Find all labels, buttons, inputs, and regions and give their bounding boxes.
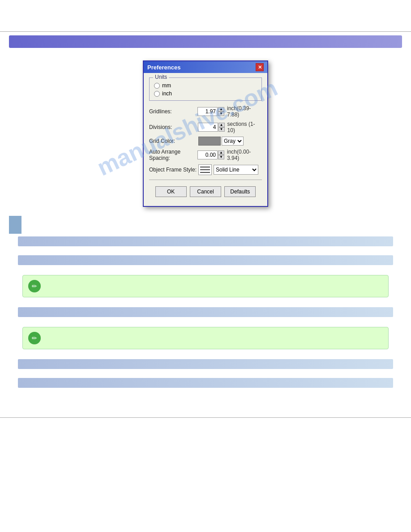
grid-color-label: Grid Color:	[149, 138, 198, 144]
object-frame-label: Object Frame Style:	[149, 167, 198, 173]
units-group: Units mm inch	[149, 77, 262, 101]
defaults-button[interactable]: Defaults	[224, 186, 256, 197]
section-bar-3	[18, 307, 393, 317]
object-frame-row: Object Frame Style: Solid Line	[149, 164, 262, 175]
divisions-input[interactable]	[198, 123, 218, 132]
section-bar-4	[18, 359, 393, 369]
grid-color-row: Grid Color: Gray	[149, 137, 262, 146]
frame-line-3	[200, 172, 210, 173]
bottom-divider	[0, 417, 411, 418]
divisions-down-arrow[interactable]: ▼	[218, 127, 225, 132]
auto-arrange-row: Auto Arrange Spacing: ▲ ▼ inch(0.00-3.94…	[149, 149, 262, 161]
color-select[interactable]: Gray	[222, 137, 244, 146]
gridlines-input[interactable]	[197, 107, 218, 116]
dialog-close-button[interactable]: ✕	[256, 63, 264, 71]
preferences-dialog: Preferences ✕ Units mm inch	[143, 60, 268, 207]
dialog-body: Units mm inch Gridlines:	[144, 73, 267, 206]
units-legend: Units	[153, 74, 169, 80]
divisions-row: Divisions: ▲ ▼ sections (1-10)	[149, 121, 262, 133]
side-tab	[9, 216, 21, 234]
frame-line-1	[200, 167, 210, 167]
dialog-divider	[149, 180, 262, 180]
gridlines-hint: inch(0.39-7.88)	[227, 105, 262, 118]
gridlines-label: Gridlines:	[149, 108, 197, 115]
frame-style-select[interactable]: Solid Line	[214, 165, 258, 175]
auto-arrange-hint: inch(0.00-3.94)	[227, 149, 262, 161]
gridlines-spinners: ▲ ▼	[218, 107, 224, 116]
grid-color-input-group: Gray	[198, 137, 244, 146]
section-bar-1	[18, 236, 393, 246]
cancel-button[interactable]: Cancel	[190, 186, 221, 197]
frame-line-2	[200, 169, 210, 170]
header-bar	[9, 35, 402, 48]
gridlines-up-arrow[interactable]: ▲	[218, 107, 224, 112]
top-divider	[0, 31, 411, 32]
dialog-titlebar: Preferences ✕	[144, 61, 267, 73]
note-icon-2	[28, 332, 41, 344]
radio-mm-row: mm	[154, 82, 257, 89]
radio-inch-row: inch	[154, 90, 257, 97]
note-icon-1	[28, 280, 41, 292]
radio-mm-label: mm	[162, 82, 171, 89]
auto-arrange-down-arrow[interactable]: ▼	[218, 155, 224, 159]
section-bar-5	[18, 378, 393, 388]
ok-button[interactable]: OK	[155, 186, 187, 197]
gridlines-down-arrow[interactable]: ▼	[218, 112, 224, 116]
divisions-label: Divisions:	[149, 124, 198, 130]
auto-arrange-spinners: ▲ ▼	[218, 150, 224, 159]
note-box-1	[22, 275, 389, 297]
radio-mm-input[interactable]	[154, 83, 160, 89]
auto-arrange-label: Auto Arrange Spacing:	[149, 149, 197, 161]
gridlines-row: Gridlines: ▲ ▼ inch(0.39-7.88)	[149, 105, 262, 118]
dialog-title: Preferences	[147, 64, 180, 71]
note-box-2	[22, 327, 389, 349]
section-bar-2	[18, 255, 393, 265]
auto-arrange-up-arrow[interactable]: ▲	[218, 150, 224, 155]
main-content: manualshive.com Preferences ✕ Units mm	[0, 51, 411, 404]
gridlines-input-group: ▲ ▼ inch(0.39-7.88)	[197, 105, 262, 118]
divisions-up-arrow[interactable]: ▲	[218, 123, 225, 127]
auto-arrange-input-group: ▲ ▼ inch(0.00-3.94)	[197, 149, 262, 161]
dialog-overlay: Preferences ✕ Units mm inch	[9, 60, 402, 207]
frame-style-icon	[198, 164, 212, 175]
color-swatch	[198, 137, 221, 146]
radio-inch-input[interactable]	[154, 91, 160, 97]
divisions-input-group: ▲ ▼ sections (1-10)	[198, 121, 262, 133]
divisions-spinners: ▲ ▼	[218, 123, 225, 132]
divisions-hint: sections (1-10)	[227, 121, 262, 133]
dialog-buttons: OK Cancel Defaults	[149, 183, 262, 202]
radio-inch-label: inch	[162, 90, 172, 97]
auto-arrange-input[interactable]	[197, 150, 218, 159]
